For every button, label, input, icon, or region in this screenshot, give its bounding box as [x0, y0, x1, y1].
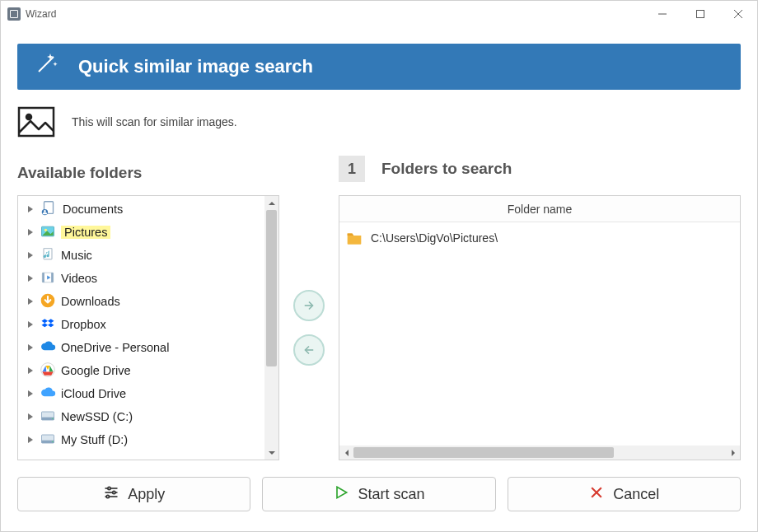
scroll-up-icon[interactable] — [264, 196, 278, 210]
tree-item-label: Pictures — [61, 226, 110, 239]
hscroll-thumb[interactable] — [353, 447, 614, 458]
svg-marker-25 — [48, 319, 54, 323]
folder-path: C:\Users\DigVo\Pictures\ — [371, 231, 498, 245]
minimize-button[interactable] — [643, 1, 681, 27]
scroll-right-icon[interactable] — [726, 450, 740, 456]
folder-icon — [346, 231, 363, 245]
apply-button[interactable]: Apply — [17, 477, 250, 511]
close-button[interactable] — [719, 1, 757, 27]
svg-point-54 — [113, 491, 115, 493]
documents-icon — [40, 199, 58, 220]
svg-marker-11 — [28, 229, 33, 236]
play-icon — [333, 484, 349, 505]
window-controls — [643, 1, 757, 27]
downloads-icon — [40, 292, 56, 311]
svg-marker-7 — [28, 206, 33, 212]
cancel-label: Cancel — [613, 486, 659, 503]
tree-item-label: NewSSD (C:) — [61, 410, 133, 423]
tree-item-label: Dropbox — [61, 318, 106, 331]
banner-title: Quick similar image search — [78, 56, 313, 77]
tree-item-icloud[interactable]: iCloud Drive — [18, 382, 264, 405]
expand-icon[interactable] — [26, 320, 35, 329]
start-scan-button[interactable]: Start scan — [262, 477, 495, 511]
expand-icon[interactable] — [26, 251, 35, 259]
banner: Quick similar image search — [17, 44, 741, 90]
description-row: This will scan for similar images. — [17, 103, 741, 142]
pictures-icon — [40, 223, 56, 242]
svg-rect-19 — [51, 273, 53, 282]
onedrive-icon — [40, 338, 56, 357]
tree-item-drive-c[interactable]: NewSSD (C:) — [18, 405, 264, 428]
expand-icon[interactable] — [26, 366, 35, 375]
expand-icon[interactable] — [26, 228, 35, 236]
hscroll-track[interactable] — [353, 446, 726, 460]
expand-icon[interactable] — [26, 390, 35, 398]
folder-list[interactable]: C:\Users\DigVo\Pictures\ — [339, 222, 740, 446]
tree-item-onedrive[interactable]: OneDrive - Personal — [18, 336, 264, 359]
folder-list-hscroll[interactable] — [339, 446, 740, 460]
tree-item-label: Videos — [61, 272, 97, 285]
expand-icon[interactable] — [26, 413, 35, 421]
tree-item-label: My Stuff (D:) — [61, 433, 128, 446]
icloud-icon — [40, 385, 56, 404]
expand-icon[interactable] — [26, 343, 35, 352]
svg-point-44 — [52, 441, 54, 442]
svg-marker-45 — [269, 202, 275, 205]
scroll-track[interactable] — [264, 210, 278, 446]
tree-item-dropbox[interactable]: Dropbox — [18, 313, 264, 336]
hdd-icon — [40, 431, 56, 450]
tree-item-music[interactable]: Music — [18, 244, 264, 267]
scroll-down-icon[interactable] — [264, 446, 278, 460]
svg-marker-14 — [28, 252, 33, 259]
scroll-thumb[interactable] — [266, 210, 277, 366]
maximize-button[interactable] — [681, 1, 719, 27]
image-icon — [17, 106, 55, 138]
expand-icon[interactable] — [26, 297, 35, 306]
svg-marker-50 — [732, 450, 735, 456]
gdrive-icon — [40, 362, 56, 380]
svg-marker-46 — [269, 451, 275, 455]
hdd-icon — [40, 408, 56, 427]
tree-item-videos[interactable]: Videos — [18, 267, 264, 290]
svg-marker-29 — [28, 367, 33, 374]
scroll-left-icon[interactable] — [339, 450, 353, 456]
folder-tree[interactable]: Documents Pictures Music — [18, 196, 264, 460]
columns: Documents Pictures Music — [17, 195, 741, 460]
svg-marker-36 — [28, 390, 33, 397]
cancel-button[interactable]: Cancel — [508, 477, 741, 511]
dropbox-icon — [40, 315, 56, 334]
svg-point-40 — [52, 418, 54, 419]
remove-folder-button[interactable] — [293, 334, 325, 366]
svg-marker-27 — [48, 323, 54, 327]
start-label: Start scan — [358, 486, 424, 503]
available-folders-panel: Documents Pictures Music — [17, 195, 279, 460]
wizard-window: Wizard Quick similar image search — [0, 0, 758, 532]
expand-icon[interactable] — [26, 436, 35, 444]
tree-scrollbar[interactable] — [264, 196, 278, 460]
tree-item-documents[interactable]: Documents — [18, 198, 264, 221]
step-badge: 1 — [339, 156, 365, 182]
svg-rect-18 — [42, 273, 44, 282]
tree-item-label: Documents — [63, 203, 123, 216]
svg-marker-28 — [28, 344, 33, 351]
tree-item-pictures[interactable]: Pictures — [18, 221, 264, 244]
svg-marker-41 — [28, 436, 33, 443]
add-folder-button[interactable] — [293, 290, 325, 321]
expand-icon[interactable] — [26, 205, 35, 213]
titlebar: Wizard — [1, 1, 757, 27]
folder-name-column-header[interactable]: Folder name — [339, 196, 740, 222]
apply-label: Apply — [128, 486, 165, 503]
window-title: Wizard — [26, 8, 56, 20]
music-icon — [40, 246, 56, 265]
expand-icon[interactable] — [26, 274, 35, 282]
svg-point-56 — [106, 495, 109, 497]
sliders-icon — [103, 484, 119, 505]
tree-item-label: OneDrive - Personal — [61, 341, 169, 354]
videos-icon — [40, 269, 56, 288]
svg-point-6 — [26, 114, 31, 119]
tree-item-downloads[interactable]: Downloads — [18, 290, 264, 313]
tree-item-drive-d[interactable]: My Stuff (D:) — [18, 428, 264, 451]
svg-marker-21 — [28, 298, 33, 305]
tree-item-googledrive[interactable]: Google Drive — [18, 359, 264, 382]
list-item[interactable]: C:\Users\DigVo\Pictures\ — [346, 227, 733, 249]
